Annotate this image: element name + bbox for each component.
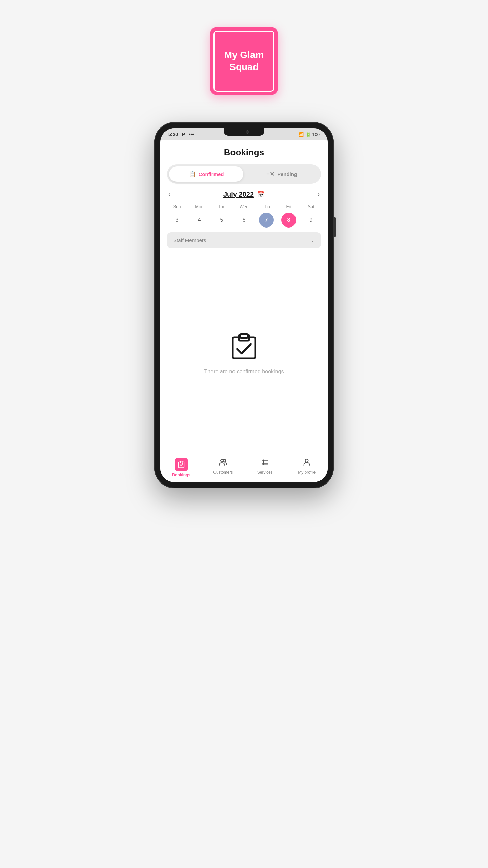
tab-pending[interactable]: ≡✕ Pending [245, 166, 319, 182]
page-title: Bookings [168, 147, 320, 158]
status-time: 5:20 P ••• [168, 132, 194, 137]
day-sat: Sat [300, 203, 322, 211]
calendar-month: July 2022 📅 [223, 191, 265, 198]
day-thu: Thu [255, 203, 278, 211]
wifi-icon: 📶 [298, 132, 304, 137]
tab-confirmed-label: Confirmed [199, 171, 224, 177]
nav-customers-label: Customers [213, 470, 233, 475]
nav-services[interactable]: Services [244, 458, 286, 477]
nav-profile[interactable]: My profile [286, 458, 328, 477]
cal-date-7-selected[interactable]: 7 [259, 213, 274, 228]
calendar-nav: ‹ July 2022 📅 › [160, 187, 328, 201]
logo-text: My GlamSquad [224, 49, 264, 74]
next-month-button[interactable]: › [317, 190, 320, 199]
svg-point-13 [263, 463, 264, 465]
calendar-day-names: Sun Mon Tue Wed Thu Fri Sat [166, 203, 322, 211]
nav-bookings-label: Bookings [172, 473, 190, 477]
day-mon: Mon [188, 203, 210, 211]
bookings-nav-icon [175, 458, 188, 471]
tab-switcher: 📋 Confirmed ≡✕ Pending [167, 164, 321, 184]
battery-icon: 🔋 100 [306, 132, 320, 137]
calendar-grid: Sun Mon Tue Wed Thu Fri Sat 3 4 5 6 7 8 … [160, 201, 328, 231]
cal-date-8-selected[interactable]: 8 [281, 213, 296, 228]
calendar-icon[interactable]: 📅 [257, 191, 265, 198]
month-label: July 2022 [223, 191, 254, 198]
customers-nav-icon [219, 458, 227, 469]
empty-state: There are no confirmed bookings [160, 252, 328, 454]
phone-notch [224, 128, 264, 136]
cal-date-5[interactable]: 5 [210, 213, 233, 228]
svg-point-12 [263, 461, 264, 463]
app-content: Bookings 📋 Confirmed ≡✕ Pending ‹ July 2… [160, 140, 328, 482]
pending-icon: ≡✕ [266, 171, 274, 178]
day-fri: Fri [278, 203, 300, 211]
clipboard-check-icon [229, 331, 259, 362]
confirmed-icon: 📋 [189, 171, 196, 178]
tab-confirmed[interactable]: 📋 Confirmed [169, 166, 243, 182]
cal-date-3[interactable]: 3 [166, 213, 188, 228]
bottom-nav: Bookings Customers [160, 454, 328, 482]
tab-pending-label: Pending [277, 171, 297, 177]
nav-customers[interactable]: Customers [202, 458, 244, 477]
svg-point-6 [221, 459, 223, 462]
cal-date-6[interactable]: 6 [233, 213, 255, 228]
svg-point-14 [305, 459, 308, 462]
cal-date-4[interactable]: 4 [188, 213, 210, 228]
calendar-dates: 3 4 5 6 7 8 9 [166, 213, 322, 228]
svg-point-7 [223, 459, 226, 462]
day-sun: Sun [166, 203, 188, 211]
nav-profile-label: My profile [298, 470, 316, 475]
cal-date-9[interactable]: 9 [300, 213, 322, 228]
svg-point-11 [263, 459, 264, 461]
services-nav-icon [261, 458, 269, 469]
page-header: Bookings [160, 140, 328, 161]
empty-message: There are no confirmed bookings [204, 369, 284, 375]
phone-screen: 5:20 P ••• 📶 🔋 100 Bookings 📋 Confi [160, 128, 328, 482]
staff-dropdown-label: Staff Members [173, 237, 206, 243]
profile-nav-icon [302, 458, 311, 469]
nav-bookings[interactable]: Bookings [160, 458, 202, 477]
front-camera [246, 130, 249, 134]
app-logo: My GlamSquad [210, 27, 278, 95]
phone-frame: 5:20 P ••• 📶 🔋 100 Bookings 📋 Confi [154, 122, 334, 488]
staff-members-dropdown[interactable]: Staff Members ⌄ [167, 232, 321, 248]
prev-month-button[interactable]: ‹ [168, 190, 171, 199]
svg-rect-2 [240, 334, 248, 338]
side-button [334, 217, 336, 237]
status-icons: 📶 🔋 100 [298, 132, 320, 137]
day-tue: Tue [210, 203, 233, 211]
dropdown-arrow-icon: ⌄ [310, 237, 315, 243]
nav-services-label: Services [257, 470, 273, 475]
day-wed: Wed [233, 203, 255, 211]
